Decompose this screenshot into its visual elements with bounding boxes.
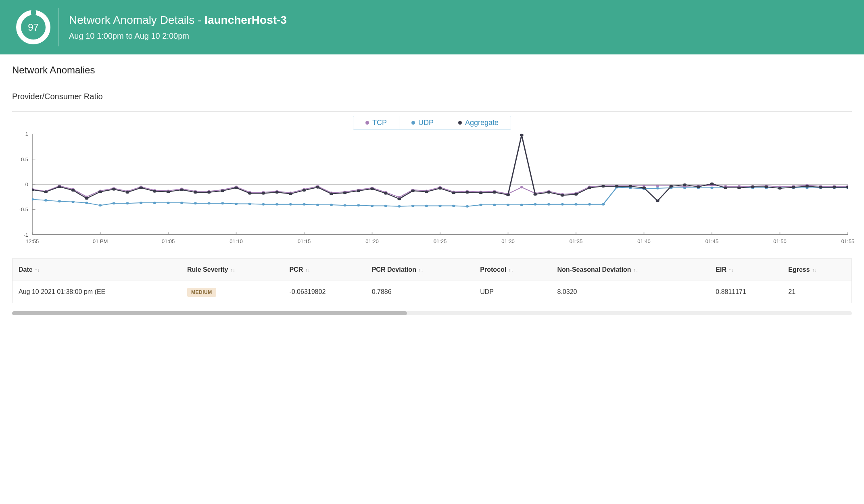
chart-point[interactable] <box>751 185 755 188</box>
chart-point[interactable] <box>507 204 510 206</box>
chart-point[interactable] <box>370 187 374 190</box>
chart-point[interactable] <box>99 204 102 207</box>
chart-point[interactable] <box>561 194 564 197</box>
chart-point[interactable] <box>479 204 482 206</box>
chart-point[interactable] <box>384 192 388 195</box>
chart-point[interactable] <box>98 190 102 193</box>
chart-point[interactable] <box>371 205 374 207</box>
chart-point[interactable] <box>234 186 238 189</box>
chart-point[interactable] <box>724 186 727 189</box>
chart-point[interactable] <box>778 187 782 190</box>
chart-point[interactable] <box>235 203 238 205</box>
chart-point[interactable] <box>71 201 75 203</box>
chart-point[interactable] <box>112 188 116 191</box>
chart-point[interactable] <box>479 192 483 194</box>
chart-point[interactable] <box>275 191 279 194</box>
legend-item-tcp[interactable]: TCP <box>353 116 399 129</box>
chart-point[interactable] <box>438 205 442 207</box>
chart-point[interactable] <box>140 202 143 204</box>
chart-point[interactable] <box>588 186 591 189</box>
chart-point[interactable] <box>316 204 319 206</box>
chart-point[interactable] <box>126 202 129 205</box>
chart-point[interactable] <box>561 203 564 206</box>
chart-point[interactable] <box>357 190 360 192</box>
sort-icon[interactable]: ↑↓ <box>632 267 638 273</box>
chart-point[interactable] <box>262 203 265 206</box>
chart-point[interactable] <box>289 192 292 195</box>
chart-point[interactable] <box>316 186 319 188</box>
chart-point[interactable] <box>574 193 578 196</box>
chart-point[interactable] <box>697 185 700 188</box>
chart-point[interactable] <box>547 203 551 206</box>
chart-point[interactable] <box>357 204 360 207</box>
legend-item-aggregate[interactable]: Aggregate <box>446 116 511 129</box>
chart-point[interactable] <box>32 198 34 201</box>
chart-point[interactable] <box>669 185 673 188</box>
chart-point[interactable] <box>533 193 537 196</box>
sort-icon[interactable]: ↑↓ <box>229 267 235 273</box>
column-header-date[interactable]: Date ↑↓ <box>13 259 181 281</box>
chart-point[interactable] <box>166 190 170 193</box>
chart-point[interactable] <box>248 203 251 205</box>
chart-point[interactable] <box>275 203 279 206</box>
chart-point[interactable] <box>302 189 306 192</box>
sort-icon[interactable]: ↑↓ <box>33 267 40 273</box>
chart-point[interactable] <box>520 134 524 137</box>
chart-point[interactable] <box>493 204 496 206</box>
chart-point[interactable] <box>71 189 75 192</box>
chart-point[interactable] <box>452 192 455 194</box>
sort-icon[interactable]: ↑↓ <box>417 267 423 273</box>
chart-point[interactable] <box>425 190 428 193</box>
sort-icon[interactable]: ↑↓ <box>811 267 817 273</box>
chart-point[interactable] <box>601 203 605 206</box>
chart-point[interactable] <box>465 191 469 194</box>
chart-point[interactable] <box>764 185 768 188</box>
chart-point[interactable] <box>819 186 822 188</box>
chart-point[interactable] <box>32 188 34 191</box>
chart-point[interactable] <box>153 190 157 193</box>
scrollbar-thumb[interactable] <box>12 311 407 315</box>
sort-icon[interactable]: ↑↓ <box>727 267 733 273</box>
chart-point[interactable] <box>520 204 523 206</box>
chart-point[interactable] <box>425 205 428 207</box>
chart-point[interactable] <box>167 202 170 204</box>
chart-point[interactable] <box>207 202 211 205</box>
column-header-pcr[interactable]: PCR ↑↓ <box>283 259 365 281</box>
chart-point[interactable] <box>737 186 741 189</box>
column-header-pcr-deviation[interactable]: PCR Deviation ↑↓ <box>366 259 474 281</box>
chart-point[interactable] <box>465 205 469 208</box>
legend-item-udp[interactable]: UDP <box>399 116 446 129</box>
chart-point[interactable] <box>574 203 578 206</box>
chart-point[interactable] <box>330 192 333 195</box>
column-header-egress[interactable]: Egress ↑↓ <box>782 259 851 281</box>
chart-point[interactable] <box>710 183 714 185</box>
chart-point[interactable] <box>112 202 115 205</box>
chart-point[interactable] <box>547 191 551 194</box>
chart-point[interactable] <box>153 202 156 204</box>
chart-point[interactable] <box>710 187 714 189</box>
chart-point[interactable] <box>384 205 387 207</box>
column-header-protocol[interactable]: Protocol ↑↓ <box>474 259 551 281</box>
chart-point[interactable] <box>411 190 415 192</box>
chart-point[interactable] <box>139 186 143 189</box>
column-header-rule-severity[interactable]: Rule Severity ↑↓ <box>181 259 283 281</box>
chart-point[interactable] <box>180 188 184 191</box>
chart-point[interactable] <box>642 186 646 189</box>
chart-point[interactable] <box>343 204 346 207</box>
sort-icon[interactable]: ↑↓ <box>304 267 310 273</box>
chart-point[interactable] <box>601 185 605 188</box>
chart-point[interactable] <box>438 187 442 190</box>
chart-point[interactable] <box>58 185 61 188</box>
chart-point[interactable] <box>792 186 795 188</box>
chart-point[interactable] <box>493 191 496 194</box>
chart-point[interactable] <box>85 197 88 200</box>
chart-point[interactable] <box>194 202 197 205</box>
chart-point[interactable] <box>221 190 224 192</box>
chart-point[interactable] <box>125 191 129 194</box>
chart-point[interactable] <box>261 192 265 195</box>
chart-point[interactable] <box>44 190 48 193</box>
chart-point[interactable] <box>343 192 347 194</box>
chart-point[interactable] <box>221 202 224 205</box>
table-row[interactable]: Aug 10 2021 01:38:00 pm (EEMEDIUM-0.0631… <box>13 281 851 303</box>
chart-point[interactable] <box>85 202 88 204</box>
